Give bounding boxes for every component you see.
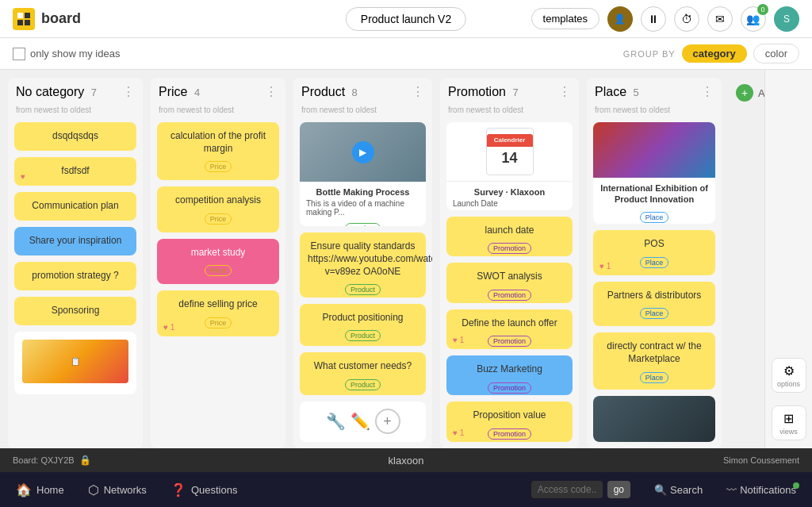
notifications-dot <box>793 482 799 489</box>
column-menu-no-category[interactable]: ⋮ <box>122 84 135 99</box>
cards-promotion: Calendrier 14 Survey · Klaxoon Launch Da… <box>440 119 579 448</box>
column-menu-price[interactable]: ⋮ <box>265 84 278 99</box>
card-launch-offer[interactable]: ♥ 1 Define the launch offer Promotion <box>446 309 573 349</box>
card-selling-price[interactable]: ♥ 1 define selling price Price <box>157 290 279 336</box>
nav-notifications[interactable]: 〰 Notifications <box>726 484 796 496</box>
column-menu-promotion[interactable]: ⋮ <box>558 84 571 99</box>
tag-place-1: Place <box>640 212 669 223</box>
card-competition-analysis[interactable]: competition analysis Price <box>157 186 279 232</box>
tag-product-4: Product <box>345 379 381 390</box>
card-partners[interactable]: Partners & distributors Place <box>593 282 715 326</box>
bottom-bar: Board: QXJY2B 🔒 klaxoon Simon Coussement <box>0 448 812 472</box>
cards-price: calculation of the profit margin Price c… <box>151 119 285 448</box>
column-price: Price 4 ⋮ from newest to oldest calculat… <box>151 78 285 448</box>
logo: board <box>13 8 81 30</box>
tag-price-1: Price <box>205 161 232 172</box>
go-button[interactable]: go <box>607 481 630 498</box>
card-image-calendar: Calendrier 14 <box>446 122 573 182</box>
nav-questions[interactable]: ❓ Questions <box>170 482 238 497</box>
send-icon[interactable]: ✉ <box>707 6 733 32</box>
card-proposition-value[interactable]: ♥ 1 Proposition value Promotion <box>446 401 573 441</box>
card-promotion-strategy[interactable]: promotion strategy ? <box>14 262 136 290</box>
toolbar: only show my ideas GROUP BY category col… <box>0 38 812 70</box>
card-customer-needs[interactable]: What customer needs? Product <box>300 352 426 395</box>
card-survey-klaxoon[interactable]: Calendrier 14 Survey · Klaxoon Launch Da… <box>446 122 573 210</box>
column-header-price: Price 4 ⋮ <box>151 78 285 106</box>
columns-wrapper: No category 7 ⋮ from newest to oldest ds… <box>0 70 764 448</box>
templates-button[interactable]: templates <box>531 8 599 29</box>
card-quality-standards[interactable]: Ensure quality standards https://www.you… <box>300 232 426 297</box>
card-marketplace[interactable]: directly contract w/ the Marketplace Pla… <box>593 332 715 390</box>
svg-rect-2 <box>17 20 23 25</box>
pause-icon[interactable]: ⏸ <box>641 6 666 32</box>
tag-product-2: Product <box>345 284 381 295</box>
card-dsqdqsdqs[interactable]: dsqdqsdqs <box>14 122 136 151</box>
show-my-ideas-toggle[interactable]: only show my ideas <box>13 48 120 60</box>
tag-product-3: Product <box>345 330 381 341</box>
column-menu-product[interactable]: ⋮ <box>412 84 424 99</box>
card-share-inspiration[interactable]: Share your inspiration <box>14 227 136 255</box>
board-title-center: Product launch V2 <box>346 7 466 31</box>
card-communication-plan[interactable]: Communication plan <box>14 192 136 221</box>
card-image-expo[interactable]: 📋 <box>14 332 136 394</box>
card-buzz-marketing[interactable]: Buzz Marketing Promotion <box>446 355 573 395</box>
card-image-expo-img: 📋 <box>22 340 128 383</box>
nav-home[interactable]: 🏠 Home <box>16 482 64 497</box>
column-menu-place[interactable]: ⋮ <box>701 84 714 99</box>
people-icon[interactable]: 👥0 <box>741 6 766 32</box>
add-category-button[interactable]: + Add category <box>736 84 764 102</box>
card-swot[interactable]: SWOT analysis Promotion <box>446 263 573 302</box>
card-tools-image[interactable]: 🔧✏️ + <box>300 401 426 442</box>
card-exhibition[interactable]: International Exhibition of Product Inno… <box>593 122 715 224</box>
add-category-label: Add category <box>758 87 764 99</box>
heart-icon: ♥ <box>21 172 25 181</box>
card-fsdfsdf[interactable]: ♥ fsdfsdf <box>14 157 136 186</box>
views-button[interactable]: ⊞ views <box>772 405 806 440</box>
checkbox[interactable] <box>13 48 25 60</box>
tag-promo-5: Promotion <box>488 428 531 440</box>
card-pos[interactable]: ♥ 1 POS Place <box>593 230 715 275</box>
category-btn[interactable]: category <box>682 44 747 63</box>
nav-search[interactable]: 🔍 Search <box>654 484 703 496</box>
tag-promo-1: Promotion <box>488 243 531 254</box>
app-header: board Product launch V2 templates 👤 ⏸ ⏱ … <box>0 0 812 38</box>
board-title-button[interactable]: Product launch V2 <box>346 7 466 31</box>
home-icon: 🏠 <box>16 482 32 497</box>
logo-text: board <box>41 10 81 27</box>
svg-rect-3 <box>25 20 30 25</box>
tag-promo-2: Promotion <box>488 290 531 301</box>
search-label: Search <box>670 484 703 496</box>
notifications-icon: 〰 <box>726 484 737 496</box>
card-bottle-making[interactable]: ▶ Bottle Making Process This is a video … <box>300 122 426 226</box>
card-crowd2[interactable] <box>593 396 715 442</box>
cards-no-category: dsqdqsdqs ♥ fsdfsdf Communication plan S… <box>8 119 143 448</box>
notifications-label: Notifications <box>740 484 796 496</box>
card-market-study[interactable]: market study Price <box>157 239 279 285</box>
nav-networks[interactable]: ⬡ Networks <box>88 482 147 497</box>
card-profit-margin[interactable]: calculation of the profit margin Price <box>157 122 279 180</box>
access-code-input[interactable] <box>531 481 603 498</box>
add-category-area: + Add category <box>730 78 764 448</box>
clock-icon[interactable]: ⏱ <box>674 6 699 32</box>
group-by-controls: GROUP BY category color <box>623 44 799 63</box>
color-btn[interactable]: color <box>753 44 799 63</box>
column-title-no-category: No category 7 <box>16 85 97 99</box>
column-place: Place 5 ⋮ from newest to oldest Internat… <box>587 78 722 448</box>
lock-icon: 🔒 <box>79 455 91 466</box>
card-launch-date[interactable]: launch date Promotion <box>446 217 573 256</box>
tag-place-3: Place <box>640 308 669 319</box>
options-button[interactable]: ⚙ options <box>772 358 806 393</box>
play-button[interactable]: ▶ <box>352 141 374 163</box>
group-by-label: GROUP BY <box>623 49 676 59</box>
tag-price-4: Price <box>205 317 232 328</box>
card-image-crowd <box>593 122 715 178</box>
card-product-positioning[interactable]: Product positioning Product <box>300 304 426 347</box>
sort-label-no-category: from newest to oldest <box>8 106 143 119</box>
heart-icon-price: ♥ 1 <box>163 323 174 332</box>
klaxoon-label: klaxoon <box>389 455 424 467</box>
add-card-product[interactable]: + <box>375 409 400 434</box>
card-sponsoring[interactable]: Sponsoring <box>14 297 136 325</box>
board-area: No category 7 ⋮ from newest to oldest ds… <box>0 70 812 448</box>
access-code-area: go <box>531 481 630 498</box>
sort-label-place: from newest to oldest <box>587 106 722 119</box>
